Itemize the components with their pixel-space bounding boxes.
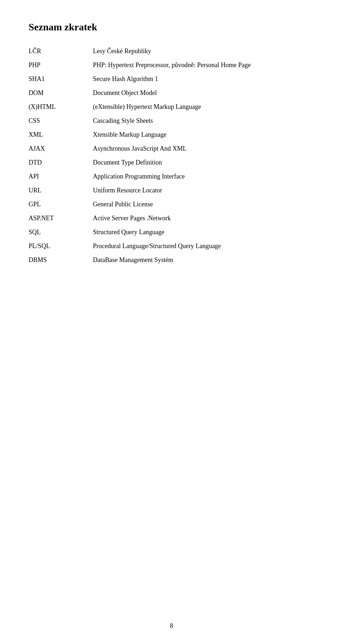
abbreviation-definition: Active Server Pages .Network xyxy=(86,211,314,225)
abbreviation-definition: DataBase Management Systém xyxy=(86,253,314,267)
table-row: APIApplication Programming Interface xyxy=(29,170,314,183)
abbreviation-term: CSS xyxy=(29,114,86,128)
abbreviation-definition: General Public License xyxy=(86,197,314,211)
abbreviation-term: PHP xyxy=(29,58,86,72)
abbreviation-term: (X)HTML xyxy=(29,100,86,114)
abbreviation-term: DTD xyxy=(29,156,86,170)
abbreviation-definition: Structured Query Language xyxy=(86,225,314,239)
table-row: XMLXtensible Markup Language xyxy=(29,128,314,142)
abbreviation-definition: Secure Hash Algorithm 1 xyxy=(86,72,314,86)
abbreviation-term: PL/SQL xyxy=(29,239,86,253)
abbreviation-definition: Lesy České Republiky xyxy=(86,44,314,58)
table-row: DOMDocument Object Model xyxy=(29,86,314,100)
abbreviation-definition: Asynchronous JavaScript And XML xyxy=(86,142,314,156)
abbreviation-term: SHA1 xyxy=(29,72,86,86)
abbreviation-definition: Xtensible Markup Language xyxy=(86,128,314,142)
abbreviation-definition: Cascading Style Sheets xyxy=(86,114,314,128)
table-row: GPLGeneral Public License xyxy=(29,197,314,211)
table-row: ASP.NETActive Server Pages .Network xyxy=(29,211,314,225)
abbreviation-term: XML xyxy=(29,128,86,142)
abbreviation-definition: Uniform Resource Locator xyxy=(86,183,314,197)
abbreviation-definition: PHP: Hypertext Preprocessor, původně: Pe… xyxy=(86,58,314,72)
abbreviation-term: GPL xyxy=(29,197,86,211)
abbreviations-table: LČRLesy České RepublikyPHPPHP: Hypertext… xyxy=(29,44,314,267)
abbreviation-definition: Procedural Language/Structured Query Lan… xyxy=(86,239,314,253)
table-row: SHA1Secure Hash Algorithm 1 xyxy=(29,72,314,86)
abbreviation-definition: Application Programming Interface xyxy=(86,170,314,183)
table-row: AJAXAsynchronous JavaScript And XML xyxy=(29,142,314,156)
table-row: DTDDocument Type Definition xyxy=(29,156,314,170)
table-row: SQLStructured Query Language xyxy=(29,225,314,239)
abbreviation-term: DOM xyxy=(29,86,86,100)
table-row: CSSCascading Style Sheets xyxy=(29,114,314,128)
abbreviation-term: DBMS xyxy=(29,253,86,267)
abbreviation-term: LČR xyxy=(29,44,86,58)
table-row: LČRLesy České Republiky xyxy=(29,44,314,58)
abbreviation-term: API xyxy=(29,170,86,183)
page-number: 8 xyxy=(170,622,173,630)
abbreviation-term: ASP.NET xyxy=(29,211,86,225)
table-row: URLUniform Resource Locator xyxy=(29,183,314,197)
abbreviation-definition: (eXtensible) Hypertext Markup Language xyxy=(86,100,314,114)
table-row: PHPPHP: Hypertext Preprocessor, původně:… xyxy=(29,58,314,72)
abbreviation-term: URL xyxy=(29,183,86,197)
abbreviation-term: SQL xyxy=(29,225,86,239)
table-row: (X)HTML(eXtensible) Hypertext Markup Lan… xyxy=(29,100,314,114)
abbreviation-definition: Document Object Model xyxy=(86,86,314,100)
page-title: Seznam zkratek xyxy=(29,21,314,33)
table-row: PL/SQLProcedural Language/Structured Que… xyxy=(29,239,314,253)
abbreviation-term: AJAX xyxy=(29,142,86,156)
abbreviation-definition: Document Type Definition xyxy=(86,156,314,170)
table-row: DBMSDataBase Management Systém xyxy=(29,253,314,267)
